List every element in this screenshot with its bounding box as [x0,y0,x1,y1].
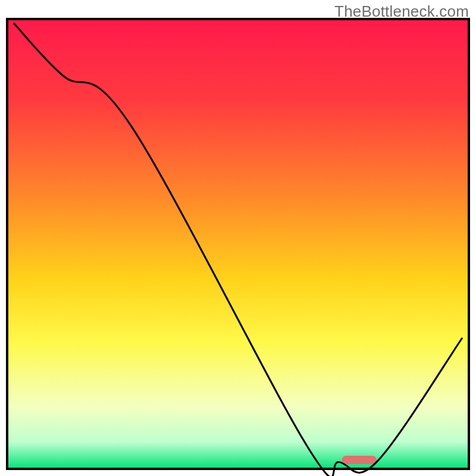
optimal-marker [342,456,377,464]
chart-container: TheBottleneck.com [0,0,476,476]
watermark-text: TheBottleneck.com [334,2,469,21]
gradient-background [7,19,469,469]
bottleneck-chart [0,0,476,476]
